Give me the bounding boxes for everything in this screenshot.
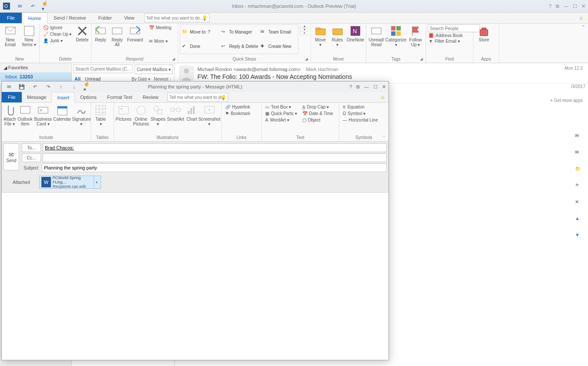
- undo-icon[interactable]: ↶: [29, 2, 37, 10]
- filter-email-button[interactable]: ▼Filter Email ▾: [428, 39, 480, 44]
- categorize-button[interactable]: Categorize ▾: [386, 24, 406, 47]
- junk-button[interactable]: 👤Junk ▾: [41, 37, 73, 44]
- cc-field[interactable]: [43, 153, 387, 162]
- delete-button[interactable]: Delete: [75, 24, 89, 42]
- compose-collapse-icon[interactable]: ⌃: [382, 135, 386, 139]
- business-card-button[interactable]: Business Card ▾: [34, 104, 52, 126]
- compose-popup-icon[interactable]: ⧉: [356, 84, 360, 90]
- shapes-button[interactable]: Shapes ▾: [151, 104, 166, 126]
- inbox-folder[interactable]: Inbox 13203: [0, 72, 71, 81]
- tags-launcher[interactable]: ◢: [420, 57, 423, 61]
- mark-unread-icon[interactable]: ✉: [575, 133, 584, 142]
- compose-close-icon[interactable]: ✕: [382, 84, 386, 90]
- to-field[interactable]: [43, 143, 387, 152]
- maximize-icon[interactable]: ☐: [573, 3, 577, 9]
- bookmark-button[interactable]: ⚑Bookmark: [223, 110, 252, 117]
- sort-newest[interactable]: Newest ↓: [154, 77, 172, 81]
- help-icon[interactable]: ?: [549, 3, 551, 9]
- quick-steps-scroll[interactable]: ▲▼▾: [300, 24, 308, 35]
- compose-smiley-icon[interactable]: ☺: [380, 95, 385, 100]
- close-icon[interactable]: ✕: [581, 3, 585, 9]
- smiley-icon[interactable]: ☺: [579, 15, 584, 20]
- compose-prev-icon[interactable]: ↑: [57, 83, 64, 90]
- tab-folder[interactable]: Folder: [92, 13, 118, 23]
- screenshot-button[interactable]: +Screenshot ▾: [199, 104, 220, 126]
- chart-button[interactable]: Chart: [186, 104, 198, 122]
- tab-file[interactable]: File: [0, 13, 22, 23]
- tab-view[interactable]: View: [118, 13, 141, 23]
- datetime-button[interactable]: 📅Date & Time: [301, 110, 335, 117]
- new-items-button[interactable]: New Items ▾: [20, 24, 37, 47]
- compose-save-icon[interactable]: 💾: [18, 83, 25, 90]
- address-book-button[interactable]: 📕Address Book: [428, 33, 480, 38]
- tab-send-receive[interactable]: Send / Receive: [47, 13, 92, 23]
- cc-button[interactable]: Cc...: [22, 153, 41, 162]
- compose-help-icon[interactable]: ?: [349, 84, 352, 90]
- outlook-item-button[interactable]: Outlook Item: [17, 104, 32, 126]
- qs-launcher[interactable]: ◢: [305, 57, 308, 61]
- online-pictures-button[interactable]: Online Pictures: [133, 104, 149, 126]
- compose-minimize-icon[interactable]: —: [364, 84, 369, 90]
- compose-touch-icon[interactable]: ☝ ▾: [84, 83, 91, 90]
- sort-bydate[interactable]: By Date ▾: [132, 77, 150, 81]
- pictures-button[interactable]: Pictures: [116, 104, 132, 122]
- reply-all-button[interactable]: Reply All: [110, 24, 125, 47]
- down-arrow-icon[interactable]: ▼: [575, 232, 584, 241]
- minimize-icon[interactable]: —: [564, 3, 568, 9]
- tellme-input[interactable]: [144, 14, 210, 22]
- new-email-button[interactable]: New Email: [2, 24, 19, 47]
- delete-x-icon[interactable]: ✕: [575, 199, 584, 208]
- smartart-button[interactable]: SmartArt: [167, 104, 184, 122]
- signature-button[interactable]: Signature ▾: [73, 104, 90, 126]
- attachment-dropdown[interactable]: ▾: [94, 176, 99, 188]
- unread-read-button[interactable]: Unread/ Read: [368, 24, 385, 47]
- followup-button[interactable]: Follow Up ▾: [407, 24, 424, 47]
- compose-tab-insert[interactable]: Insert: [51, 92, 75, 103]
- dropcap-button[interactable]: A̲Drop Cap ▾: [301, 104, 335, 110]
- symbol-button[interactable]: ΩSymbol ▾: [341, 110, 380, 117]
- calendar-button[interactable]: Calendar: [54, 104, 71, 122]
- hyperlink-button[interactable]: 🔗Hyperlink: [223, 104, 252, 110]
- rules-button[interactable]: Rules ▾: [330, 24, 345, 47]
- compose-next-icon[interactable]: ↓: [71, 83, 78, 90]
- hline-button[interactable]: —Horizontal Line: [341, 117, 380, 123]
- search-scope-dropdown[interactable]: Current Mailbox ▾: [135, 64, 173, 74]
- compose-tellme-input[interactable]: [167, 93, 228, 102]
- forward-button[interactable]: Forward: [126, 24, 144, 42]
- compose-tab-formattext[interactable]: Format Text: [102, 92, 138, 102]
- to-button[interactable]: To...: [22, 143, 41, 152]
- textbox-button[interactable]: ▭Text Box ▾: [264, 104, 298, 110]
- quickparts-button[interactable]: ▦Quick Parts ▾: [264, 110, 298, 117]
- ignore-button[interactable]: 🚫Ignore: [41, 24, 73, 31]
- up-arrow-icon[interactable]: ▲: [575, 216, 584, 224]
- compose-tab-message[interactable]: Message: [22, 92, 52, 102]
- onenote-button[interactable]: NOneNote: [347, 24, 364, 42]
- envelope-icon[interactable]: ✉: [575, 149, 584, 158]
- subject-field[interactable]: [42, 163, 387, 172]
- touch-mode-icon[interactable]: ☝ ▾: [42, 2, 50, 10]
- message-body-editor[interactable]: [2, 192, 389, 360]
- wordart-button[interactable]: AWordArt ▾: [264, 117, 298, 123]
- move-folder-icon[interactable]: 📁: [575, 166, 584, 175]
- cleanup-button[interactable]: 🧹Clean Up ▾: [41, 31, 73, 37]
- attach-file-button[interactable]: Attach File ▾: [3, 104, 16, 126]
- compose-redo-icon[interactable]: ↷: [44, 83, 51, 90]
- compose-maximize-icon[interactable]: ☐: [373, 84, 378, 90]
- compose-tab-options[interactable]: Options: [75, 92, 102, 102]
- move-button[interactable]: Move ▾: [313, 24, 328, 47]
- flag-icon[interactable]: ⚑: [575, 183, 584, 191]
- collapse-ribbon-icon[interactable]: ⌃: [581, 24, 585, 30]
- favorites-header[interactable]: ◢ Favorites: [0, 63, 71, 72]
- reply-button[interactable]: Reply: [93, 24, 108, 42]
- equation-button[interactable]: πEquation: [341, 104, 380, 110]
- compose-undo-icon[interactable]: ↶: [31, 83, 38, 90]
- object-button[interactable]: ▢Object: [301, 117, 335, 123]
- send-button[interactable]: ✉Send: [3, 143, 19, 170]
- tab-home[interactable]: Home: [22, 13, 47, 24]
- more-respond-button[interactable]: ✉More ▾: [147, 38, 173, 44]
- ribbon-display-icon[interactable]: ⧉: [556, 3, 559, 9]
- store-button[interactable]: Store: [475, 24, 493, 42]
- quick-steps-gallery[interactable]: 📁Move to: ? ✔Done ↪To Manager ↩Reply & D…: [180, 24, 298, 54]
- attachment-chip[interactable]: W PCWorld Spring FLing....Recipients can…: [39, 176, 101, 189]
- meeting-button[interactable]: 📅Meeting: [147, 24, 173, 31]
